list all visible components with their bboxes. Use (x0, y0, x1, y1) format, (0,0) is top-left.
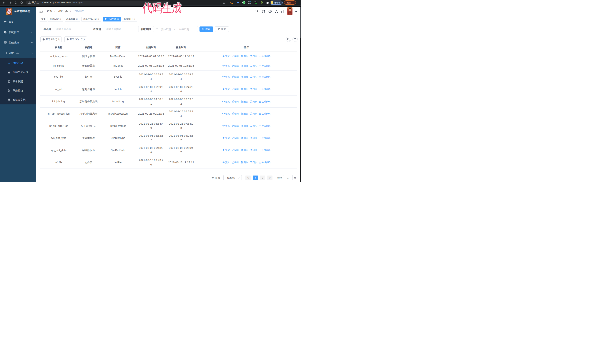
svg-text:1: 1 (232, 3, 233, 4)
svg-text:on: on (255, 3, 257, 4)
